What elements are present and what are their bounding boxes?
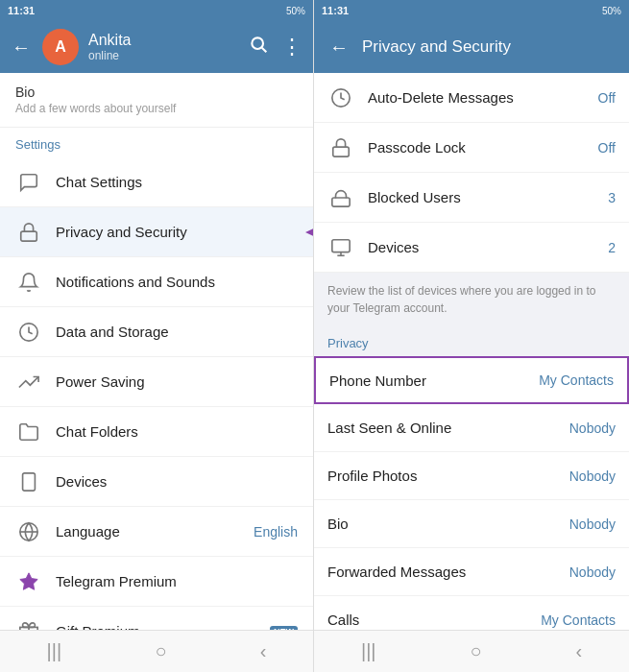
- text-profile-photos: Profile Photos: [327, 468, 569, 484]
- privacy-item-forwarded[interactable]: Forwarded Messages Nobody: [314, 548, 629, 596]
- menu-text-data-storage: Data and Storage: [56, 324, 298, 340]
- time-left: 11:31: [8, 5, 35, 16]
- value-bio-right: Nobody: [569, 516, 616, 532]
- bio-label: Bio: [15, 84, 298, 100]
- top-section: Auto-Delete Messages Off Passcode Lock O…: [314, 73, 629, 273]
- svg-marker-9: [20, 572, 37, 588]
- menu-item-privacy-security[interactable]: Privacy and Security: [0, 207, 313, 257]
- nav-home-right[interactable]: ○: [470, 640, 481, 662]
- chat-icon: [15, 169, 42, 196]
- devices-right-icon: [327, 237, 354, 258]
- right-content: Auto-Delete Messages Off Passcode Lock O…: [314, 73, 629, 630]
- item-blocked-users[interactable]: Blocked Users 3: [314, 173, 629, 223]
- right-panel: 11:31 50% ← Privacy and Security: [314, 0, 629, 672]
- devices-note: Review the list of devices where you are…: [314, 273, 629, 326]
- text-passcode-lock: Passcode Lock: [368, 139, 598, 156]
- nav-menu-left[interactable]: |||: [47, 640, 62, 662]
- menu-item-data-storage[interactable]: Data and Storage: [0, 307, 313, 357]
- menu-item-chat-folders[interactable]: Chat Folders: [0, 407, 313, 457]
- value-passcode-lock: Off: [598, 140, 616, 156]
- value-profile-photos: Nobody: [569, 468, 616, 484]
- value-devices-right: 2: [608, 240, 616, 255]
- text-devices-right: Devices: [368, 239, 608, 255]
- svg-marker-3: [305, 222, 313, 243]
- nav-menu-right[interactable]: |||: [361, 640, 376, 662]
- header-icons: ⋮: [249, 35, 303, 60]
- menu-text-notifications: Notifications and Sounds: [56, 274, 298, 290]
- storage-icon: [15, 319, 42, 346]
- passcode-lock-icon: [327, 137, 354, 158]
- nav-home-left[interactable]: ○: [155, 640, 166, 662]
- svg-rect-2: [21, 231, 37, 241]
- lock-icon: [15, 219, 42, 246]
- privacy-section: Phone Number My Contacts Last Seen & Onl…: [314, 356, 629, 630]
- nav-back-left[interactable]: ‹: [260, 640, 267, 662]
- menu-item-language[interactable]: Language English: [0, 507, 313, 557]
- item-devices-right[interactable]: Devices 2: [314, 223, 629, 273]
- avatar: A: [42, 29, 79, 65]
- status-bar-right: 11:31 50%: [314, 0, 629, 21]
- text-auto-delete: Auto-Delete Messages: [368, 89, 598, 106]
- svg-rect-13: [333, 147, 350, 156]
- svg-rect-5: [23, 472, 36, 490]
- menu-text-premium: Telegram Premium: [56, 573, 298, 589]
- right-title: Privacy and Security: [362, 37, 616, 57]
- privacy-item-profile-photos[interactable]: Profile Photos Nobody: [314, 452, 629, 500]
- nav-back-right[interactable]: ‹: [575, 640, 582, 662]
- right-header: ← Privacy and Security: [314, 21, 629, 73]
- value-calls: My Contacts: [541, 612, 616, 628]
- bio-section: Bio Add a few words about yourself: [0, 73, 313, 128]
- bell-icon: [15, 269, 42, 296]
- header-info: Ankita online: [88, 32, 239, 62]
- menu-item-notifications[interactable]: Notifications and Sounds: [0, 257, 313, 307]
- privacy-item-last-seen[interactable]: Last Seen & Online Nobody: [314, 404, 629, 452]
- left-panel: 11:31 50% ← A Ankita online: [0, 0, 314, 672]
- more-icon[interactable]: ⋮: [281, 35, 303, 60]
- value-blocked-users: 3: [608, 190, 616, 205]
- device-icon: [15, 468, 42, 495]
- folder-icon: [15, 419, 42, 445]
- menu-text-privacy: Privacy and Security: [56, 224, 298, 240]
- user-status: online: [88, 49, 239, 62]
- text-blocked-users: Blocked Users: [368, 189, 608, 205]
- privacy-item-phone-number[interactable]: Phone Number My Contacts: [314, 356, 629, 404]
- privacy-item-bio[interactable]: Bio Nobody: [314, 500, 629, 548]
- value-auto-delete: Off: [598, 90, 616, 106]
- svg-point-0: [252, 37, 263, 49]
- item-passcode-lock[interactable]: Passcode Lock Off: [314, 123, 629, 173]
- text-phone-number: Phone Number: [329, 372, 539, 389]
- item-auto-delete[interactable]: Auto-Delete Messages Off: [314, 73, 629, 123]
- star-icon: [15, 568, 42, 595]
- back-button-right[interactable]: ←: [327, 36, 351, 59]
- status-icons-left: 50%: [286, 6, 305, 16]
- menu-text-chat-folders: Chat Folders: [56, 423, 298, 440]
- menu-item-power-saving[interactable]: Power Saving: [0, 357, 313, 407]
- menu-item-chat-settings[interactable]: Chat Settings: [0, 157, 313, 207]
- globe-icon: [15, 518, 42, 545]
- menu-item-telegram-premium[interactable]: Telegram Premium: [0, 557, 313, 607]
- value-forwarded: Nobody: [569, 564, 616, 580]
- menu-text-gift-premium: Gift Premium: [56, 623, 264, 630]
- left-nav-bar: ||| ○ ‹: [0, 630, 313, 672]
- status-icons-right: 50%: [602, 6, 621, 16]
- privacy-item-calls[interactable]: Calls My Contacts: [314, 596, 629, 630]
- settings-label: Settings: [0, 128, 313, 157]
- clock-icon: [327, 87, 354, 108]
- value-last-seen: Nobody: [569, 420, 616, 436]
- gift-icon: [15, 618, 42, 631]
- menu-text-language: Language: [56, 523, 254, 540]
- purple-arrow-icon: [305, 222, 313, 243]
- text-calls: Calls: [327, 612, 541, 628]
- menu-item-devices[interactable]: Devices: [0, 457, 313, 507]
- time-right: 11:31: [322, 5, 349, 16]
- battery-right: 50%: [602, 6, 621, 16]
- search-icon[interactable]: [249, 35, 268, 60]
- text-bio-right: Bio: [327, 516, 569, 532]
- menu-item-gift-premium[interactable]: Gift Premium NEW: [0, 607, 313, 630]
- back-button-left[interactable]: ←: [10, 36, 33, 59]
- power-icon: [15, 369, 42, 396]
- user-name: Ankita: [88, 32, 239, 49]
- menu-text-power-saving: Power Saving: [56, 373, 298, 390]
- menu-value-language: English: [254, 524, 298, 540]
- right-nav-bar: ||| ○ ‹: [314, 630, 629, 672]
